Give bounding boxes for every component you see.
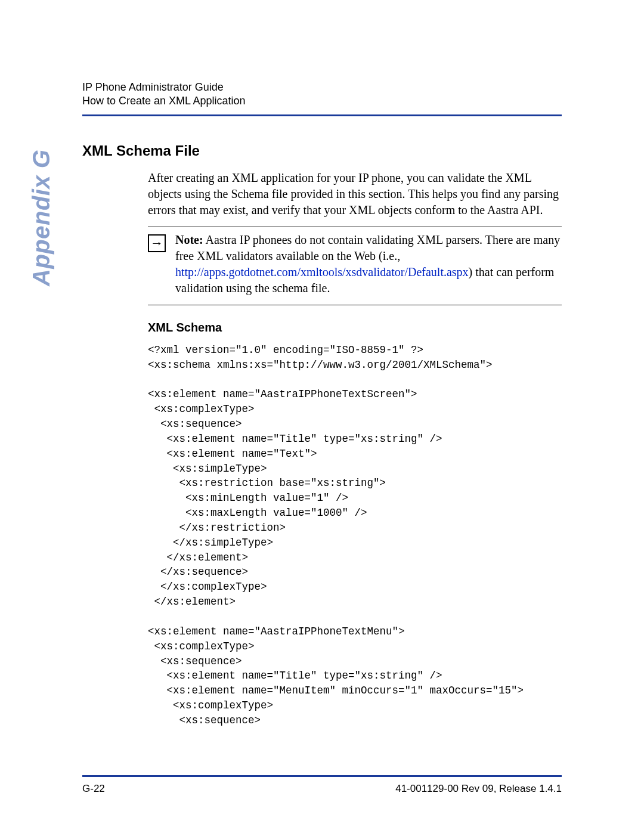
intro-paragraph: After creating an XML application for yo… xyxy=(148,170,562,218)
section-title: XML Schema File xyxy=(82,143,562,159)
arrow-icon: → xyxy=(148,234,166,252)
note-rule-bottom xyxy=(148,305,562,305)
note-link[interactable]: http://apps.gotdotnet.com/xmltools/xsdva… xyxy=(175,265,469,278)
note-block: → Note: Aastra IP phonees do not contain… xyxy=(148,231,562,296)
header-rule xyxy=(82,114,562,116)
footer: G-22 41-001129-00 Rev 09, Release 1.4.1 xyxy=(82,783,562,795)
header-line-1: IP Phone Administrator Guide xyxy=(82,80,562,94)
note-text: Note: Aastra IP phonees do not contain v… xyxy=(175,232,562,296)
note-text-before-link: Aastra IP phonees do not contain validat… xyxy=(175,233,560,262)
header-line-2: How to Create an XML Application xyxy=(82,94,562,108)
code-block: <?xml version="1.0" encoding="ISO-8859-1… xyxy=(148,343,562,728)
footer-rule xyxy=(82,775,562,777)
footer-page-number: G-22 xyxy=(82,783,105,795)
note-rule-top xyxy=(148,227,562,227)
side-tab: Appendix G xyxy=(55,149,79,286)
body-block: After creating an XML application for yo… xyxy=(148,170,562,728)
side-tab-label: Appendix G xyxy=(28,150,55,286)
note-icon-cell: → xyxy=(148,232,166,252)
subheading: XML Schema xyxy=(148,321,562,335)
footer-doc-id: 41-001129-00 Rev 09, Release 1.4.1 xyxy=(395,783,562,795)
document-page: IP Phone Administrator Guide How to Crea… xyxy=(0,0,644,833)
note-label: Note: xyxy=(175,233,203,246)
